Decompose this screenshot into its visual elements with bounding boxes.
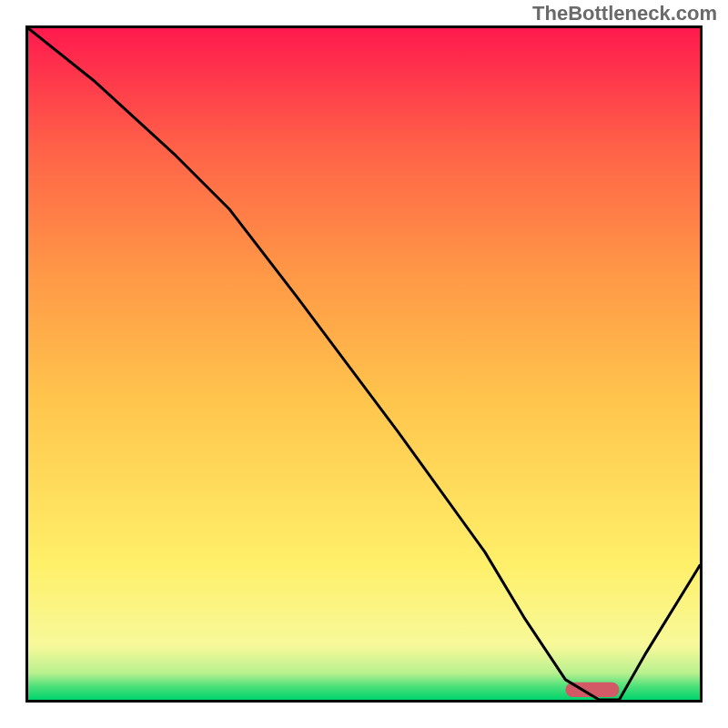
chart-frame [25, 25, 703, 703]
gradient-fill [28, 28, 700, 700]
chart-svg [28, 28, 700, 700]
watermark-text: TheBottleneck.com [532, 2, 717, 25]
chart-container: TheBottleneck.com [0, 0, 728, 728]
